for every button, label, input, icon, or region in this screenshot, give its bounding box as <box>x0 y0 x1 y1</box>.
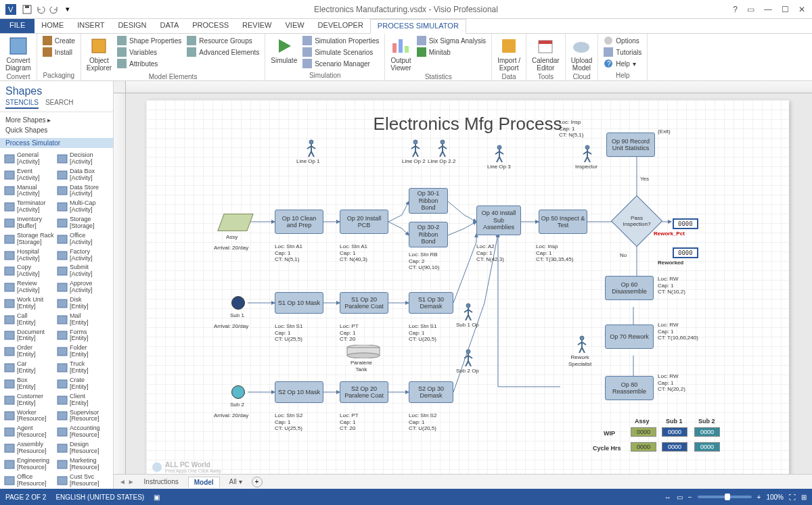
assy-source[interactable] <box>217 214 253 231</box>
options-button[interactable]: Options <box>602 35 643 46</box>
person-icon[interactable] <box>577 335 587 353</box>
stencil-item[interactable]: Storage [Storage] <box>55 215 108 231</box>
stencil-list[interactable]: General [Activity]Decision [Activity]Eve… <box>0 148 113 489</box>
stencil-item[interactable]: Submit [Activity] <box>55 263 108 279</box>
person-icon[interactable] <box>463 349 474 366</box>
tab-home[interactable]: HOME <box>35 19 70 33</box>
macro-record-icon[interactable]: ▣ <box>154 494 160 501</box>
simulate-button[interactable]: Simulate <box>269 35 298 66</box>
s1-op-20[interactable]: S1 Op 20 Paralene Coat <box>340 292 388 314</box>
tab-process-simulator[interactable]: PROCESS SIMULATOR <box>370 19 466 34</box>
stencil-item[interactable]: Worker [Resource] <box>3 408 55 425</box>
maximize-icon[interactable]: ☐ <box>782 5 789 14</box>
paralene-tank[interactable] <box>346 345 380 358</box>
stencil-item[interactable]: Document [Entity] <box>3 328 55 344</box>
quick-shapes-link[interactable]: Quick Shapes <box>5 125 108 135</box>
person-icon[interactable] <box>463 303 474 320</box>
install-button[interactable]: Install <box>41 47 76 57</box>
stencil-item[interactable]: Data Store [Activity] <box>55 183 108 199</box>
convert-diagram-button[interactable]: Convert Diagram <box>4 35 32 73</box>
stencil-item[interactable]: Assembly [Resource] <box>3 440 55 456</box>
attributes-button[interactable]: Attributes <box>116 58 183 69</box>
fit-page-icon[interactable]: ⛶ <box>789 494 796 501</box>
stencil-item[interactable]: Car [Entity] <box>3 360 55 376</box>
s2-op-20[interactable]: S2 Op 20 Paralene Coat <box>340 381 388 403</box>
drawing-page[interactable]: Electronics Mfg Process <box>146 100 789 474</box>
stencil-item[interactable]: Terminator [Activity] <box>3 199 55 215</box>
stencil-item[interactable]: Manual [Activity] <box>3 183 55 199</box>
shape-properties-button[interactable]: Shape Properties <box>116 35 183 46</box>
undo-icon[interactable] <box>35 4 46 15</box>
stencil-item[interactable]: Packaging [Resource] <box>3 488 55 489</box>
stencil-item[interactable]: Copy [Activity] <box>3 263 55 279</box>
minimize-icon[interactable]: — <box>764 5 772 14</box>
stencil-item[interactable]: Accounting [Resource] <box>55 424 108 440</box>
add-sheet-button[interactable]: + <box>252 477 263 487</box>
create-button[interactable]: Create <box>41 35 76 46</box>
stencil-item[interactable]: Engineering [Resource] <box>3 456 55 473</box>
zoom-out-icon[interactable]: − <box>688 494 692 501</box>
sheet-instructions[interactable]: Instructions <box>139 477 184 487</box>
zoom-level[interactable]: 100% <box>766 494 784 501</box>
person-icon[interactable] <box>582 145 593 162</box>
advanced-elements-button[interactable]: Advanced Elements <box>185 47 261 57</box>
stencil-item[interactable]: Customer [Entity] <box>3 392 55 408</box>
stencil-item[interactable]: Box [Entity] <box>3 376 55 392</box>
close-icon[interactable]: ✕ <box>798 5 805 14</box>
sub1-source[interactable] <box>231 296 245 310</box>
tab-view[interactable]: VIEW <box>278 19 311 33</box>
variables-button[interactable]: Variables <box>116 47 183 57</box>
stencil-item[interactable]: Office [Resource] <box>3 473 55 489</box>
stencil-item[interactable]: General [Activity] <box>3 151 55 167</box>
op-50[interactable]: Op 50 Inspect & Test <box>539 210 587 234</box>
tab-review[interactable]: REVIEW <box>235 19 278 33</box>
s2-op-30[interactable]: S2 Op 30 Demask <box>409 381 453 403</box>
help-button[interactable]: ?Help▾ <box>602 58 643 69</box>
calendar-editor-button[interactable]: Calendar Editor <box>531 35 561 73</box>
stencil-item[interactable]: Supervisor [Resource] <box>55 408 108 425</box>
sub2-source[interactable] <box>231 385 245 399</box>
stencil-item[interactable]: Multi-Cap [Activity] <box>55 199 108 215</box>
shapes-tab-stencils[interactable]: STENCILS <box>5 99 39 109</box>
op-10[interactable]: Op 10 Clean and Prep <box>275 210 323 234</box>
stencil-item[interactable]: Call [Entity] <box>3 312 55 328</box>
simulate-scenarios-button[interactable]: Simulate Scenarios <box>301 47 380 57</box>
view-page-icon[interactable]: ▭ <box>677 494 683 501</box>
stencil-item[interactable]: Data Box [Activity] <box>55 167 108 183</box>
help-icon[interactable]: ? <box>733 5 738 14</box>
stencil-item[interactable]: Mail [Entity] <box>55 312 108 328</box>
stencil-item[interactable]: Marketing [Resource] <box>55 456 108 473</box>
pan-icon[interactable]: ⊞ <box>801 494 807 501</box>
stencil-item[interactable]: Design [Resource] <box>55 440 108 456</box>
stencil-item[interactable]: Event [Activity] <box>3 167 55 183</box>
op-70[interactable]: Op 70 Rework <box>605 324 654 349</box>
tab-process[interactable]: PROCESS <box>185 19 235 33</box>
output-viewer-button[interactable]: Output Viewer <box>389 35 412 73</box>
active-stencil[interactable]: Process Simulator <box>0 138 113 148</box>
resource-groups-button[interactable]: Resource Groups <box>185 35 261 46</box>
stencil-item[interactable]: Hospital [Activity] <box>3 247 55 264</box>
tab-developer[interactable]: DEVELOPER <box>311 19 370 33</box>
stencil-item[interactable]: Review [Activity] <box>3 279 55 295</box>
save-icon[interactable] <box>22 4 32 15</box>
op-30-1[interactable]: Op 30-1 Ribbon Bond <box>409 188 448 214</box>
simulation-properties-button[interactable]: Simulation Properties <box>301 35 380 46</box>
sheet-all[interactable]: All ▾ <box>224 477 248 487</box>
minitab-button[interactable]: Minitab <box>415 47 487 57</box>
op-30-2[interactable]: Op 30-2 Ribbon Bond <box>409 222 448 247</box>
op-60[interactable]: Op 60 Disassemble <box>605 276 654 300</box>
stencil-item[interactable]: Staff [Resource] <box>55 488 108 489</box>
object-explorer-button[interactable]: Object Explorer <box>85 35 113 73</box>
stencil-item[interactable]: Factory [Activity] <box>55 247 108 264</box>
sheet-model[interactable]: Model <box>188 477 220 487</box>
stencil-item[interactable]: Client [Entity] <box>55 392 108 408</box>
person-icon[interactable] <box>494 145 505 162</box>
stencil-item[interactable]: Decision [Activity] <box>55 151 108 167</box>
stencil-item[interactable]: Truck [Entity] <box>55 360 108 376</box>
s1-op-10[interactable]: S1 Op 10 Mask <box>275 292 323 314</box>
person-icon[interactable] <box>410 139 421 157</box>
shapes-tab-search[interactable]: SEARCH <box>45 99 74 109</box>
upload-model-button[interactable]: Upload Model <box>570 35 594 73</box>
tab-design[interactable]: DESIGN <box>111 19 153 33</box>
person-icon[interactable] <box>306 139 317 157</box>
